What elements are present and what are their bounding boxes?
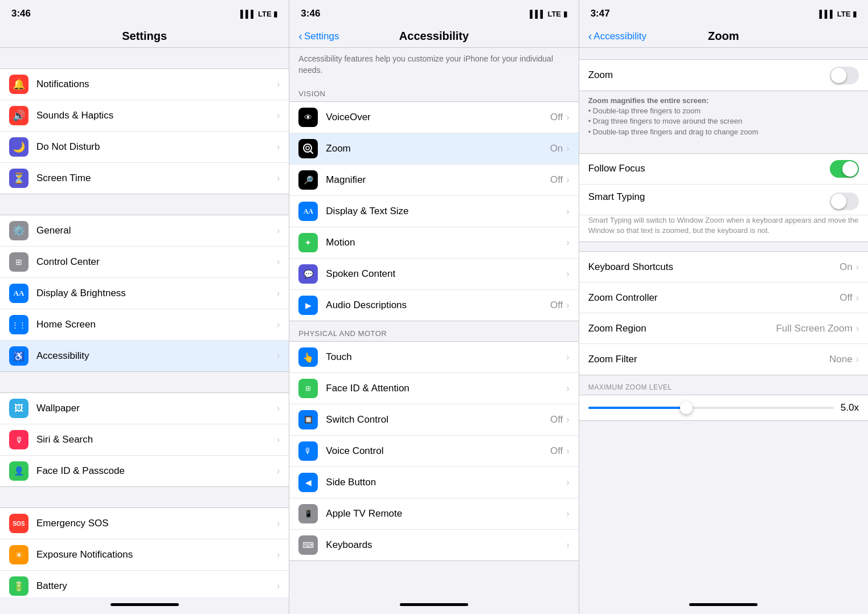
back-button-2[interactable]: ‹ Settings bbox=[298, 30, 339, 43]
home-screen-label: Home Screen bbox=[36, 319, 277, 330]
face-id-passcode-label: Face ID & Passcode bbox=[36, 465, 277, 477]
zoom-bullet-3: Double-tap three fingers and drag to cha… bbox=[588, 127, 859, 137]
panel-accessibility: 3:46 ▌▌▌ LTE ▮ ‹ Settings Accessibility … bbox=[289, 0, 579, 614]
row-audio-desc[interactable]: ▶ Audio Descriptions Off › bbox=[289, 290, 578, 321]
row-face-id-att[interactable]: ⊞ Face ID & Attention › bbox=[289, 373, 578, 404]
row-magnifier[interactable]: 🔎 Magnifier Off › bbox=[289, 165, 578, 196]
group-1: 🔔 Notifications › 🔊 Sounds & Haptics › 🌙… bbox=[0, 68, 289, 194]
spoken-content-icon: 💬 bbox=[298, 264, 318, 284]
row-screen-time[interactable]: ⏳ Screen Time › bbox=[0, 163, 289, 194]
zoom-value: On bbox=[550, 143, 563, 154]
row-zoom-region[interactable]: Zoom Region Full Screen Zoom › bbox=[579, 313, 868, 344]
row-spoken-content[interactable]: 💬 Spoken Content › bbox=[289, 259, 578, 290]
panel-zoom: 3:47 ▌▌▌ LTE ▮ ‹ Accessibility Zoom Zoom… bbox=[579, 0, 868, 614]
row-touch[interactable]: 👆 Touch › bbox=[289, 342, 578, 373]
nav-bar-3: ‹ Accessibility Zoom bbox=[579, 25, 868, 48]
group-zoom-focus: Follow Focus Smart Typing Smart Typing w… bbox=[579, 153, 868, 242]
row-sounds[interactable]: 🔊 Sounds & Haptics › bbox=[0, 100, 289, 132]
face-id-passcode-icon: 👤 bbox=[9, 461, 28, 481]
voice-control-label: Voice Control bbox=[326, 445, 550, 457]
row-emergency-sos[interactable]: SOS Emergency SOS › bbox=[0, 508, 289, 539]
back-button-3[interactable]: ‹ Accessibility bbox=[588, 30, 646, 43]
row-zoom-controller[interactable]: Zoom Controller Off › bbox=[579, 283, 868, 313]
voice-control-value: Off bbox=[550, 445, 563, 457]
row-do-not-disturb[interactable]: 🌙 Do Not Disturb › bbox=[0, 132, 289, 163]
row-control-center[interactable]: ⊞ Control Center › bbox=[0, 247, 289, 278]
nav-bar-2: ‹ Settings Accessibility bbox=[289, 25, 578, 48]
keyboard-shortcuts-label: Keyboard Shortcuts bbox=[588, 261, 840, 273]
zoom-slider-fill bbox=[588, 407, 686, 409]
row-zoom-filter[interactable]: Zoom Filter None › bbox=[579, 344, 868, 375]
display-text-label: Display & Text Size bbox=[326, 206, 566, 217]
row-switch-control[interactable]: 🔲 Switch Control Off › bbox=[289, 404, 578, 436]
smart-typing-toggle[interactable] bbox=[830, 193, 859, 210]
row-display-text[interactable]: AA Display & Text Size › bbox=[289, 196, 578, 227]
zoom-bullet-1: Double-tap three fingers to zoom bbox=[588, 106, 859, 116]
notifications-icon: 🔔 bbox=[9, 75, 28, 94]
gap-z3 bbox=[579, 242, 868, 251]
zoom-main-toggle[interactable] bbox=[830, 67, 859, 84]
row-battery[interactable]: 🔋 Battery › bbox=[0, 571, 289, 597]
home-bar-1 bbox=[110, 603, 179, 606]
apple-tv-label: Apple TV Remote bbox=[326, 508, 566, 519]
follow-focus-thumb bbox=[842, 161, 858, 177]
zoom-slider-track[interactable] bbox=[588, 407, 834, 409]
zoom-desc-title: Zoom magnifies the entire screen: bbox=[588, 96, 709, 105]
face-id-att-icon: ⊞ bbox=[298, 379, 318, 398]
page-title-2: Accessibility bbox=[399, 30, 469, 43]
home-indicator-3 bbox=[579, 597, 868, 614]
follow-focus-toggle[interactable] bbox=[830, 160, 859, 178]
zoom-filter-value: None bbox=[829, 354, 853, 365]
sounds-label: Sounds & Haptics bbox=[36, 110, 277, 121]
row-accessibility[interactable]: ♿ Accessibility › bbox=[0, 341, 289, 371]
status-bar-2: 3:46 ▌▌▌ LTE ▮ bbox=[289, 0, 578, 25]
zoom-level-value: 5.0x bbox=[841, 402, 859, 414]
zoom-main-label: Zoom bbox=[588, 69, 830, 81]
signal-icons-2: ▌▌▌ LTE ▮ bbox=[530, 10, 567, 18]
row-voiceover[interactable]: 👁 VoiceOver Off › bbox=[289, 102, 578, 133]
row-side-button[interactable]: ◀ Side Button › bbox=[289, 467, 578, 498]
row-follow-focus: Follow Focus bbox=[579, 154, 868, 185]
siri-icon: 🎙 bbox=[9, 430, 28, 449]
switch-control-label: Switch Control bbox=[326, 414, 550, 425]
general-icon: ⚙️ bbox=[9, 221, 28, 240]
row-wallpaper[interactable]: 🖼 Wallpaper › bbox=[0, 393, 289, 424]
row-general[interactable]: ⚙️ General › bbox=[0, 215, 289, 247]
zoom-settings-list: Zoom Zoom magnifies the entire screen: D… bbox=[579, 48, 868, 597]
row-zoom[interactable]: Zoom On › bbox=[289, 133, 578, 165]
follow-focus-label: Follow Focus bbox=[588, 163, 830, 174]
gap-p2 bbox=[289, 561, 578, 582]
motion-icon: ✦ bbox=[298, 233, 318, 252]
panel-settings: 3:46 ▌▌▌ LTE ▮ Settings 🔔 Notifications … bbox=[0, 0, 289, 614]
zoom-region-value: Full Screen Zoom bbox=[776, 323, 852, 334]
row-notifications[interactable]: 🔔 Notifications › bbox=[0, 69, 289, 100]
zoom-desc-list: Double-tap three fingers to zoom Drag th… bbox=[588, 106, 859, 137]
exposure-label: Exposure Notifications bbox=[36, 549, 277, 560]
keyboard-shortcuts-value: On bbox=[840, 261, 853, 273]
row-display[interactable]: AA Display & Brightness › bbox=[0, 278, 289, 309]
zoom-controller-label: Zoom Controller bbox=[588, 292, 840, 304]
row-keyboards[interactable]: ⌨ Keyboards › bbox=[289, 530, 578, 560]
keyboards-icon: ⌨ bbox=[298, 535, 318, 555]
zoom-slider-row: 5.0x bbox=[579, 395, 868, 420]
row-siri[interactable]: 🎙 Siri & Search › bbox=[0, 424, 289, 456]
home-screen-icon: ⋮⋮ bbox=[9, 315, 28, 334]
screen-time-icon: ⏳ bbox=[9, 169, 28, 188]
switch-control-icon: 🔲 bbox=[298, 410, 318, 429]
back-label-3: Accessibility bbox=[593, 31, 646, 42]
row-motion[interactable]: ✦ Motion › bbox=[289, 227, 578, 259]
accessibility-icon: ♿ bbox=[9, 346, 28, 366]
row-home-screen[interactable]: ⋮⋮ Home Screen › bbox=[0, 309, 289, 341]
wallpaper-label: Wallpaper bbox=[36, 403, 277, 414]
control-center-icon: ⊞ bbox=[9, 252, 28, 272]
row-apple-tv[interactable]: 📱 Apple TV Remote › bbox=[289, 498, 578, 530]
row-keyboard-shortcuts[interactable]: Keyboard Shortcuts On › bbox=[579, 252, 868, 283]
exposure-icon: ☀ bbox=[9, 545, 28, 564]
spoken-content-label: Spoken Content bbox=[326, 268, 566, 280]
display-label: Display & Brightness bbox=[36, 288, 277, 299]
row-face-id-passcode[interactable]: 👤 Face ID & Passcode › bbox=[0, 456, 289, 486]
zoom-desc: Zoom magnifies the entire screen: Double… bbox=[579, 91, 868, 144]
row-exposure[interactable]: ☀ Exposure Notifications › bbox=[0, 539, 289, 571]
touch-icon: 👆 bbox=[298, 347, 318, 367]
row-voice-control[interactable]: 🎙 Voice Control Off › bbox=[289, 436, 578, 467]
